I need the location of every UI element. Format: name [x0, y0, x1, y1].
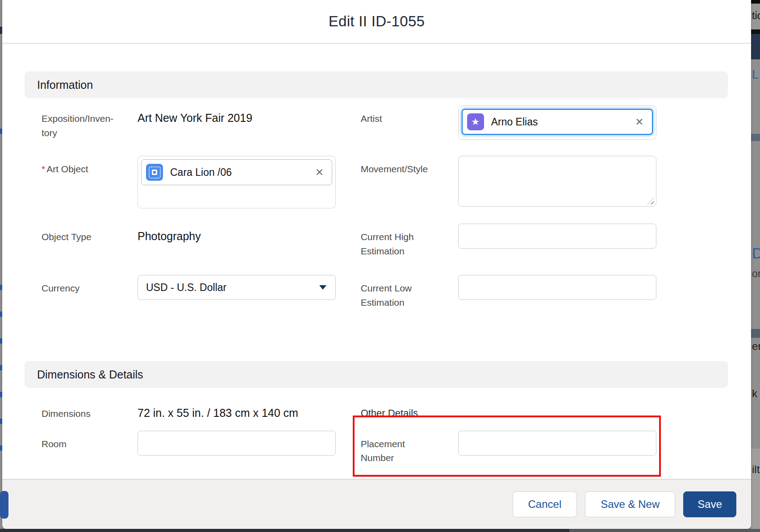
section-information: Information — [25, 71, 728, 98]
background-text-fragment: D — [752, 245, 760, 262]
window-bottom-edge — [0, 529, 760, 532]
required-asterisk: * — [42, 164, 45, 174]
current-high-estimation-label: Current High Estimation — [356, 224, 458, 258]
modal-body: Information Exposition/Inven- tory Art N… — [2, 44, 751, 520]
artwork-frame-icon — [146, 164, 163, 181]
background-text-fragment: er — [752, 340, 760, 353]
background-blue-widget — [0, 491, 8, 519]
background-band — [751, 134, 760, 141]
placement-number-label: Placement Number — [356, 431, 458, 465]
art-object-pill-label: Cara Lion /06 — [170, 166, 305, 179]
artist-pill[interactable]: ★ Arno Elias ✕ — [462, 109, 653, 135]
art-object-label-text: Art Object — [46, 164, 88, 174]
background-navy-banner — [751, 34, 760, 59]
remove-artist-icon[interactable]: ✕ — [631, 116, 643, 128]
modal-header: Edit II ID-1055 — [2, 0, 751, 44]
modal-title: Edit II ID-1055 — [329, 13, 425, 30]
stamp-core — [152, 170, 157, 175]
currency-selected-value: USD - U.S. Dollar — [146, 282, 226, 294]
field-current-high-estimation: Current High Estimation — [356, 224, 728, 258]
other-details-group: Other Details — [356, 400, 728, 421]
field-artist: Artist ★ Arno Elias ✕ — [356, 105, 728, 140]
background-text-fragment: or — [752, 268, 760, 280]
form-row: Currency USD - U.S. Dollar Current Low E… — [2, 275, 751, 309]
field-movement-style: Movement/Style — [356, 156, 728, 208]
art-object-label: *Art Object — [25, 156, 138, 208]
field-dimensions: Dimensions 72 in. x 55 in. / 183 cm x 14… — [25, 400, 356, 421]
background-footer-strip — [751, 449, 760, 529]
current-low-estimation-label: Current Low Estimation — [356, 275, 458, 309]
field-room: Room — [25, 431, 356, 465]
placement-number-input[interactable] — [458, 431, 656, 456]
currency-label: Currency — [25, 275, 138, 309]
exposition-label: Exposition/Inven- tory — [25, 105, 138, 140]
save-and-new-button[interactable]: Save & New — [585, 491, 675, 517]
cancel-button[interactable]: Cancel — [513, 491, 577, 517]
currency-select[interactable]: USD - U.S. Dollar — [138, 275, 336, 300]
section-dimensions-details: Dimensions & Details — [25, 361, 728, 388]
form-row: *Art Object Cara Lion /06 ✕ Movement/Sty… — [2, 156, 751, 208]
current-low-estimation-input[interactable] — [458, 275, 656, 300]
form-row: Dimensions 72 in. x 55 in. / 183 cm x 14… — [2, 400, 751, 421]
form-row: Room Placement Number — [2, 431, 751, 465]
movement-style-textarea-wrap — [458, 156, 656, 208]
dimensions-label: Dimensions — [25, 400, 138, 421]
remove-art-object-icon[interactable]: ✕ — [312, 166, 324, 179]
dimensions-value: 72 in. x 55 in. / 183 cm x 140 cm — [138, 400, 298, 421]
movement-style-textarea[interactable] — [458, 156, 656, 207]
background-text-fragment: k — [752, 387, 757, 400]
object-type-value: Photography — [138, 224, 201, 258]
window-bottom-edge-segment — [569, 529, 760, 532]
current-high-estimation-input[interactable] — [458, 224, 656, 249]
field-art-object: *Art Object Cara Lion /06 ✕ — [25, 156, 356, 208]
other-details-label: Other Details — [356, 400, 418, 421]
artist-label: Artist — [356, 105, 458, 140]
room-input[interactable] — [138, 431, 336, 456]
field-exposition: Exposition/Inven- tory Art New York Fair… — [25, 105, 356, 140]
background-text-fragment: tic — [752, 10, 760, 22]
background-top-bar — [751, 0, 760, 4]
room-label: Room — [25, 431, 138, 465]
background-divider — [751, 29, 760, 34]
save-button[interactable]: Save — [683, 491, 736, 517]
background-text-fragment: ilt — [752, 463, 760, 476]
star-icon: ★ — [467, 113, 484, 130]
art-object-pill[interactable]: Cara Lion /06 ✕ — [141, 159, 332, 185]
form-row: Object Type Photography Current High Est… — [2, 224, 751, 258]
edit-record-modal: Edit II ID-1055 Information Exposition/I… — [2, 0, 751, 529]
art-object-lookup-field[interactable]: Cara Lion /06 ✕ — [138, 156, 336, 208]
chevron-down-icon — [319, 285, 326, 290]
object-type-label: Object Type — [25, 224, 138, 258]
modal-footer: Cancel Save & New Save — [2, 479, 751, 529]
movement-style-label: Movement/Style — [356, 156, 458, 208]
artist-lookup-field[interactable]: ★ Arno Elias ✕ — [458, 105, 656, 140]
section-dimensions-details-title: Dimensions & Details — [37, 368, 143, 381]
stamp-outline — [149, 166, 161, 179]
exposition-value: Art New York Fair 2019 — [138, 105, 252, 140]
form-row: Exposition/Inven- tory Art New York Fair… — [2, 105, 751, 140]
field-placement-number: Placement Number — [356, 431, 728, 465]
field-currency: Currency USD - U.S. Dollar — [25, 275, 356, 309]
artist-pill-label: Arno Elias — [491, 116, 625, 128]
field-object-type: Object Type Photography — [25, 224, 356, 258]
field-current-low-estimation: Current Low Estimation — [356, 275, 728, 309]
section-information-title: Information — [37, 79, 93, 91]
backdrop-right-sliver: tic L D or er k ilt — [751, 0, 760, 532]
background-band — [751, 329, 760, 338]
background-text-fragment: L — [752, 68, 759, 82]
